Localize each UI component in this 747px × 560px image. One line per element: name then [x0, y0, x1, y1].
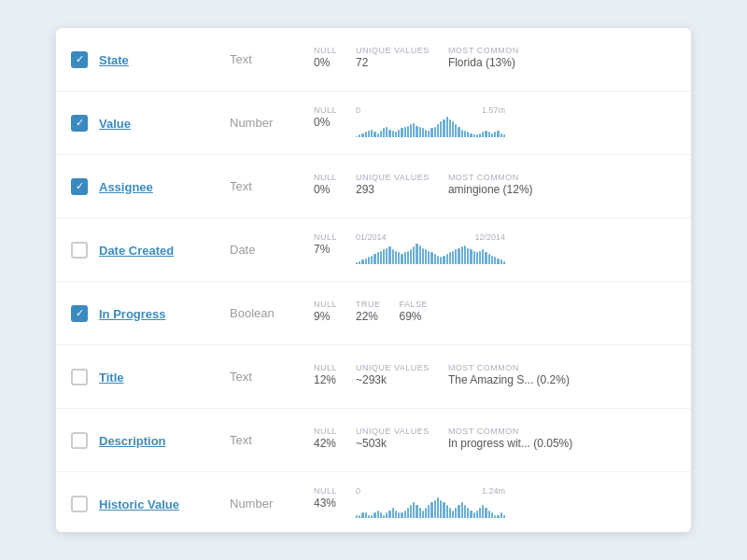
field-name-state[interactable]: State	[99, 53, 129, 67]
chart-bar	[497, 131, 499, 137]
chart-bar	[386, 127, 388, 137]
unique-group: UNIQUE VALUES72	[356, 46, 430, 69]
chart-bar	[422, 511, 424, 518]
chart-bar	[473, 251, 475, 264]
chart-bar	[449, 119, 451, 137]
null-value: 43%	[314, 497, 337, 510]
field-name-col-value: Value	[99, 115, 230, 132]
null-label: NULL	[314, 363, 337, 372]
common-label: MOST COMMON	[448, 46, 519, 55]
chart-bar	[455, 249, 457, 264]
chart-bar	[488, 132, 490, 137]
checkbox-title[interactable]	[71, 369, 88, 385]
chart-bar	[413, 502, 415, 518]
data-fields-panel: StateTextNULL0%UNIQUE VALUES72MOST COMMO…	[56, 28, 691, 532]
chart-bar	[470, 133, 472, 137]
chart-bar	[428, 131, 430, 137]
chart-bar	[392, 508, 394, 518]
common-value: In progress wit... (0.05%)	[448, 437, 572, 450]
common-value: The Amazing S... (0.2%)	[448, 373, 570, 386]
field-name-col-description: Description	[99, 432, 230, 449]
checkbox-col-value	[71, 115, 99, 132]
chart-bar	[359, 134, 360, 137]
chart-bar	[365, 132, 367, 137]
checkbox-in-progress[interactable]	[71, 305, 88, 322]
checkbox-col-assignee	[71, 178, 99, 195]
chart-bar	[497, 515, 499, 518]
chart-bar	[467, 132, 469, 137]
chart-bar	[425, 249, 427, 264]
chart-bar	[398, 252, 400, 264]
unique-label: UNIQUE VALUES	[356, 173, 430, 182]
chart-bar	[488, 254, 490, 264]
chart-bar	[440, 257, 442, 264]
field-name-assignee[interactable]: Assignee	[99, 180, 153, 194]
chart-bar	[430, 128, 432, 137]
chart-bar	[416, 505, 417, 518]
checkbox-historic-value[interactable]	[71, 496, 88, 512]
chart-bar	[377, 133, 379, 137]
field-name-col-date-created: Date Created	[99, 242, 230, 259]
null-group: NULL0%	[314, 173, 337, 196]
chart-bar	[407, 251, 409, 264]
chart-bar	[368, 257, 370, 264]
stats-top: NULL9%TRUE22%FALSE69%	[314, 300, 676, 323]
field-name-in-progress[interactable]: In Progress	[99, 307, 166, 321]
field-name-title[interactable]: Title	[99, 371, 124, 385]
null-group: NULL9%	[314, 300, 337, 323]
chart-bar	[404, 127, 406, 137]
chart-bar	[467, 508, 469, 518]
stats-col-description: NULL42%UNIQUE VALUES~503kMOST COMMONIn p…	[314, 427, 676, 454]
chart-bar	[386, 248, 388, 264]
chart-bar	[416, 126, 417, 137]
common-label: MOST COMMON	[448, 427, 572, 436]
chart-max-label: 12/2014	[474, 232, 505, 242]
field-name-date-created[interactable]: Date Created	[99, 244, 174, 258]
field-name-description[interactable]: Description	[99, 434, 166, 448]
chart-bar	[452, 251, 454, 264]
checkbox-date-created[interactable]	[71, 242, 88, 259]
chart-bar	[443, 119, 444, 137]
chart-bar	[361, 133, 363, 137]
stats-col-title: NULL12%UNIQUE VALUES~293kMOST COMMONThe …	[314, 363, 676, 390]
row-assignee: AssigneeTextNULL0%UNIQUE VALUES293MOST C…	[56, 155, 691, 218]
chart-bar	[458, 505, 459, 518]
stats-col-date-created: NULL7%01/201412/2014	[314, 232, 676, 268]
field-type-historic-value: Number	[230, 497, 314, 511]
row-in-progress: In ProgressBooleanNULL9%TRUE22%FALSE69%	[56, 282, 691, 345]
field-name-value[interactable]: Value	[99, 117, 131, 131]
chart-bar	[437, 256, 439, 264]
unique-label: UNIQUE VALUES	[356, 46, 430, 55]
chart-bar	[476, 511, 478, 518]
chart-bar	[413, 123, 415, 137]
chart-min-label: 0	[356, 486, 360, 496]
chart-bar	[395, 511, 397, 518]
chart-bar	[388, 246, 390, 264]
null-value: 0%	[314, 183, 337, 196]
stats-top: NULL0%UNIQUE VALUES293MOST COMMONamingio…	[314, 173, 676, 196]
chart-bar	[482, 132, 484, 137]
checkbox-state[interactable]	[71, 51, 88, 68]
field-name-historic-value[interactable]: Historic Value	[99, 497, 179, 511]
checkbox-col-state	[71, 51, 99, 68]
chart-bar	[356, 262, 358, 264]
null-group: NULL0%	[314, 46, 337, 69]
chart-bar	[449, 508, 451, 518]
unique-label: UNIQUE VALUES	[356, 427, 430, 436]
null-group: NULL43%	[314, 486, 337, 518]
scroll-container[interactable]: StateTextNULL0%UNIQUE VALUES72MOST COMMO…	[56, 28, 691, 532]
chart-bar	[371, 256, 373, 264]
checkbox-value[interactable]	[71, 115, 88, 132]
chart-bar	[407, 508, 409, 518]
chart-bar	[497, 259, 499, 264]
chart-bar	[361, 259, 363, 264]
unique-value: 293	[356, 183, 430, 196]
chart-bar	[425, 508, 427, 518]
null-label: NULL	[314, 105, 337, 115]
chart-bar	[443, 502, 444, 518]
checkbox-assignee[interactable]	[71, 178, 88, 195]
chart-bar	[383, 249, 385, 264]
checkbox-col-title	[71, 369, 99, 385]
checkbox-description[interactable]	[71, 432, 88, 449]
field-type-state: Text	[230, 52, 314, 66]
